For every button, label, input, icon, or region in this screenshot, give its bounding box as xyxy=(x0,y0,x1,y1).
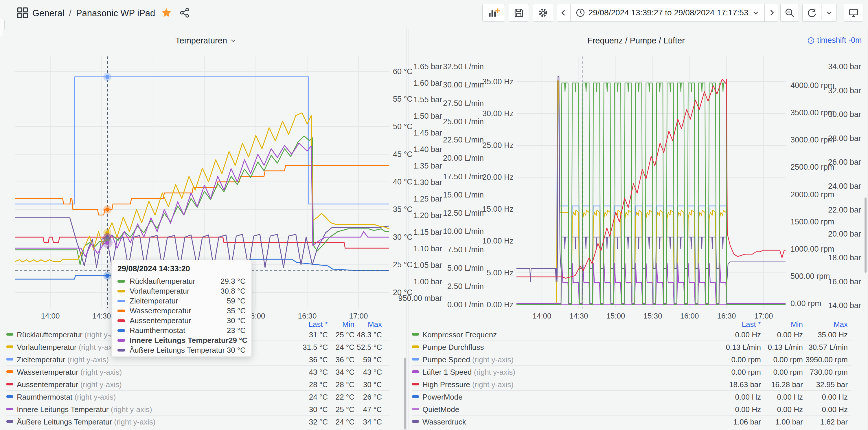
legend-series-name[interactable]: Kompressor Frequenz xyxy=(423,331,497,339)
y-axis-tick-label: 28.00 bar xyxy=(828,134,861,143)
share-icon[interactable] xyxy=(179,7,190,19)
legend-series-swatch xyxy=(6,408,13,410)
save-dashboard-button[interactable] xyxy=(509,4,529,22)
legend-header-max[interactable]: Max xyxy=(799,320,848,329)
panel-scrollbar-right[interactable] xyxy=(865,198,867,273)
legend-value-min: 0.00 Hz xyxy=(754,393,803,402)
dashboard-title[interactable]: Panasonic WP iPad xyxy=(76,8,155,19)
y-axis-tick-label: 30 °C xyxy=(393,233,412,242)
y-axis-tick-label: 27.50 L/min xyxy=(443,99,484,108)
legend-value-min: 0.00 rpm xyxy=(754,355,803,364)
legend-series-name[interactable]: Pumpe Durchfluss xyxy=(423,343,484,352)
legend-row-divider xyxy=(6,378,389,378)
legend-series-name[interactable]: High Pressure (right y-axis) xyxy=(423,380,514,389)
legend-row-divider xyxy=(412,328,850,328)
breadcrumb-section[interactable]: General xyxy=(32,8,64,19)
y-axis-tick-label: 1.25 bar xyxy=(413,195,442,204)
frequenz-chart-canvas[interactable] xyxy=(511,51,791,314)
legend-series-swatch xyxy=(412,358,419,361)
hover-marker xyxy=(105,274,110,278)
y-axis-tick-label: 0.00 rpm xyxy=(790,299,822,308)
legend-series-name[interactable]: Aussentemperatur (right y-axis) xyxy=(17,380,122,389)
y-axis-tick-label: 40 °C xyxy=(393,177,412,187)
legend-series-name[interactable]: QuietMode xyxy=(423,405,459,414)
panel-title-text: Frequenz / Pumpe / Lüfter xyxy=(587,36,685,46)
y-axis-tick-label: 30.00 L/min xyxy=(443,81,484,89)
x-axis-tick-label: 15:30 xyxy=(643,312,662,320)
legend-series-swatch xyxy=(412,333,419,336)
y-axis-tick-label: 950.00 mbar xyxy=(398,294,442,303)
y-axis-tick-label: 1.30 bar xyxy=(413,178,442,187)
y-axis-tick-label: 500.00 rpm xyxy=(790,272,830,281)
y-axis-tick-label: 55 °C xyxy=(393,95,412,104)
legend-series-swatch xyxy=(6,395,13,398)
legend-header-max[interactable]: Max xyxy=(333,320,382,329)
legend-series-name[interactable]: PowerMode xyxy=(423,393,463,402)
y-axis-tick-label: 4000.00 rpm xyxy=(790,81,834,90)
zoom-out-time-button[interactable] xyxy=(780,4,799,22)
legend-series-swatch xyxy=(6,345,13,348)
kiosk-mode-button[interactable] xyxy=(844,4,863,22)
add-panel-button[interactable] xyxy=(482,4,505,22)
tooltip-series-swatch xyxy=(118,300,125,302)
legend-value-max: 47 °C xyxy=(333,405,382,414)
legend-series-name[interactable]: Äußere Leitungs Temperatur (right y-axis… xyxy=(17,418,155,427)
legend-value-max: 32.95 bar xyxy=(799,380,848,389)
legend-series-name[interactable]: Pumpe Speed (right y-axis) xyxy=(423,355,514,364)
timeshift-link[interactable]: timeshift -0m xyxy=(807,36,862,45)
dashboards-icon[interactable] xyxy=(17,7,28,20)
refresh-button[interactable] xyxy=(802,4,822,22)
time-range-forward-button[interactable] xyxy=(765,4,778,22)
legend-value-min: 1.00 bar xyxy=(754,418,803,427)
legend-value-max: 52.5 °C xyxy=(333,343,382,352)
legend-value-max: 35.00 Hz xyxy=(799,331,848,339)
dashboard-settings-button[interactable] xyxy=(533,4,553,22)
legend-scrollbar-left[interactable] xyxy=(404,357,406,429)
legend-series-name[interactable]: Raumthermostat (right y-axis) xyxy=(17,393,116,402)
legend-header-min[interactable]: Min xyxy=(754,320,803,329)
legend-series-name[interactable]: Wassertemperatur (right y-axis) xyxy=(17,368,122,377)
legend-value-max: 30.57 L/min xyxy=(799,343,848,352)
legend-series-name[interactable]: Lüfter 1 Speed (right y-axis) xyxy=(423,368,515,377)
y-axis-tick-label: 2000.00 rpm xyxy=(790,190,834,199)
time-range-picker[interactable]: 29/08/2024 13:39:27 to 29/08/2024 17:17:… xyxy=(570,4,765,22)
time-range-text: 29/08/2024 13:39:27 to 29/08/2024 17:17:… xyxy=(589,8,748,18)
legend-value-max: 59 °C xyxy=(333,355,382,364)
legend-series-swatch xyxy=(6,358,13,361)
hover-marker xyxy=(105,75,110,79)
legend-series-name[interactable]: Vorlauftemperatur (right y-axis) xyxy=(17,343,120,352)
y-axis-tick-label: 1.65 bar xyxy=(413,62,442,71)
legend-series-swatch xyxy=(412,420,419,423)
panel-title-frequenz[interactable]: Frequenz / Pumpe / Lüfter xyxy=(587,34,685,47)
legend-value-max: 730.00 rpm xyxy=(799,368,848,377)
legend-series-name[interactable]: Innere Leitungs Temperatur (right y-axis… xyxy=(17,405,152,414)
legend-series-name[interactable]: Wasserdruck xyxy=(423,418,466,427)
x-axis-tick-label: 14:30 xyxy=(92,312,111,320)
favorite-star-icon[interactable] xyxy=(161,7,172,20)
legend-row-divider xyxy=(6,415,389,415)
x-axis-tick-label: 14:00 xyxy=(41,312,60,320)
y-axis-tick-label: 32.50 L/min xyxy=(443,62,484,71)
tooltip-series-row: Raumthermostat23 °C xyxy=(118,325,246,335)
time-range-back-button[interactable] xyxy=(557,4,570,22)
legend-series-swatch xyxy=(412,383,419,385)
legend-value-min: 0.13 L/min xyxy=(754,343,803,352)
panel-title-temperaturen[interactable]: Temperaturen xyxy=(175,34,237,47)
x-axis-tick-label: 16:30 xyxy=(717,312,736,320)
legend-series-name[interactable]: Rücklauftemperatur (right y-axis) xyxy=(17,331,126,339)
y-axis-tick-label: 20.00 Hz xyxy=(482,173,514,182)
y-axis-tick-label: 25.00 Hz xyxy=(482,141,514,150)
y-axis-tick-label: 5.00 Hz xyxy=(487,268,514,278)
y-axis-tick-label: 30.00 Hz xyxy=(482,109,514,118)
refresh-interval-dropdown[interactable] xyxy=(822,4,837,22)
legend-value-min: 16.28 bar xyxy=(754,380,803,389)
legend-series-name[interactable]: Zieltemperatur (right y-axis) xyxy=(17,355,109,364)
breadcrumb: General / Panasonic WP iPad xyxy=(17,6,190,20)
chevron-down-icon xyxy=(752,9,759,16)
tooltip-series-row: Aussentemperatur30 °C xyxy=(118,316,246,325)
tooltip-series-swatch xyxy=(118,339,125,342)
tooltip-series-row: Innere Leitungs Temperatur29 °C xyxy=(118,335,246,345)
legend-series-swatch xyxy=(412,370,419,373)
panel-title-text: Temperaturen xyxy=(175,36,227,46)
tooltip-series-row: Vorlauftemperatur30.8 °C xyxy=(118,286,246,296)
